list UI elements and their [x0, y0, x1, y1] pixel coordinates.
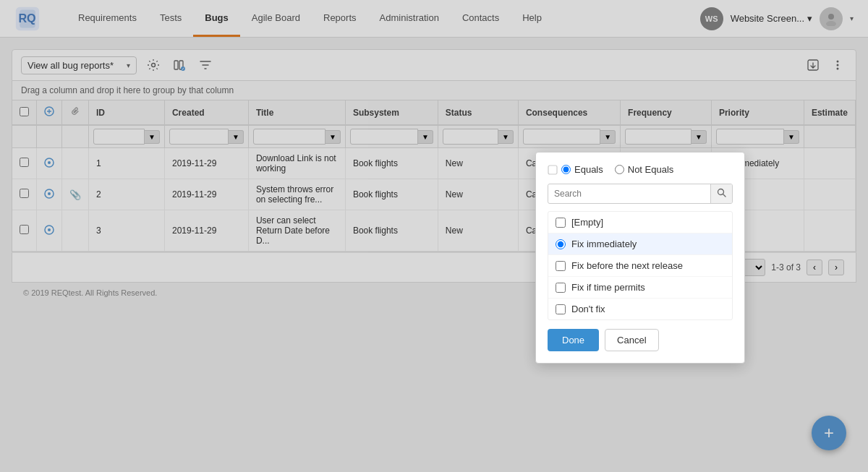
- option-empty-checkbox[interactable]: [556, 218, 566, 228]
- equals-checkbox-icon: [548, 165, 558, 175]
- not-equals-radio-label[interactable]: Not Equals: [615, 164, 674, 175]
- modal-overlay: Equals Not Equals [Empty] Fix immediatel…: [0, 0, 868, 314]
- option-fix-before-release[interactable]: Fix before the next release: [548, 255, 732, 277]
- option-empty-label: [Empty]: [571, 217, 603, 228]
- modal-search-button[interactable]: [710, 184, 732, 203]
- modal-radio-row: Equals Not Equals: [548, 164, 733, 175]
- equals-radio-label[interactable]: Equals: [548, 164, 603, 175]
- option-fix-if-time[interactable]: Fix if time permits: [548, 277, 732, 299]
- not-equals-radio[interactable]: [615, 165, 624, 174]
- option-dont-fix-checkbox[interactable]: [556, 304, 566, 314]
- option-fix-immediately-label: Fix immediately: [571, 239, 637, 249]
- option-fix-before-release-label: Fix before the next release: [571, 260, 683, 271]
- option-fix-immediately-radio[interactable]: [556, 239, 566, 249]
- svg-rect-20: [548, 166, 557, 174]
- option-fix-immediately[interactable]: Fix immediately: [548, 233, 732, 255]
- modal-options-list: [Empty] Fix immediately Fix before the n…: [548, 211, 733, 314]
- not-equals-label: Not Equals: [628, 164, 674, 175]
- svg-point-21: [718, 189, 724, 195]
- option-dont-fix[interactable]: Don't fix: [548, 299, 732, 314]
- modal-search-row: [548, 184, 733, 204]
- option-dont-fix-label: Don't fix: [571, 304, 605, 314]
- equals-radio[interactable]: [561, 165, 571, 174]
- option-fix-if-time-checkbox[interactable]: [556, 283, 566, 293]
- equals-label: Equals: [574, 164, 603, 175]
- option-fix-if-time-label: Fix if time permits: [571, 282, 645, 293]
- option-fix-before-release-checkbox[interactable]: [556, 261, 566, 271]
- priority-filter-modal: Equals Not Equals [Empty] Fix immediatel…: [535, 152, 745, 314]
- option-empty[interactable]: [Empty]: [548, 212, 732, 233]
- modal-search-input[interactable]: [548, 185, 710, 202]
